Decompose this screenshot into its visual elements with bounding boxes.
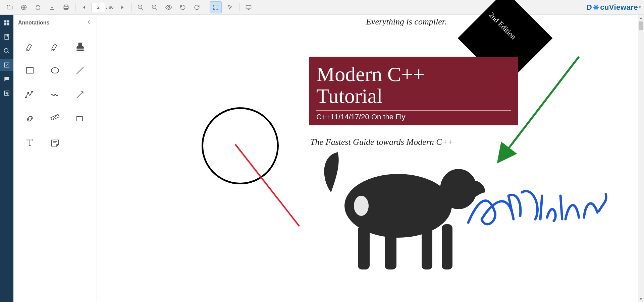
svg-rect-28 xyxy=(422,226,432,269)
svg-point-19 xyxy=(25,97,26,98)
brand-registered: ® xyxy=(639,5,641,9)
stamp-tool-icon[interactable] xyxy=(71,39,90,54)
svg-rect-11 xyxy=(4,23,7,25)
separator xyxy=(206,3,206,11)
brand-part2: cuVieware xyxy=(600,3,638,12)
title-sub: C++11/14/17/20 On the Fly xyxy=(316,113,511,121)
svg-rect-29 xyxy=(442,224,452,269)
scroll-thumb[interactable] xyxy=(639,21,643,30)
panel-title: Annotations xyxy=(18,20,49,26)
vertical-scrollbar[interactable]: ▲ ▼ xyxy=(638,15,644,302)
rail-bookmarks-icon[interactable] xyxy=(0,31,13,43)
next-page-icon[interactable] xyxy=(116,2,128,13)
scroll-up-icon[interactable]: ▲ xyxy=(638,15,644,21)
arrow-annotation[interactable] xyxy=(495,53,582,164)
title-box: Modern C++ Tutorial C++11/14/17/20 On th… xyxy=(309,57,518,125)
scroll-down-icon[interactable]: ▼ xyxy=(638,296,644,302)
doc-subtitle: The Fastest Guide towards Modern C++ xyxy=(310,137,454,147)
svg-rect-27 xyxy=(385,229,396,269)
rail-comments-icon[interactable] xyxy=(0,73,13,85)
left-rail xyxy=(0,15,13,302)
open-url-icon[interactable] xyxy=(18,2,30,13)
signature-annotation[interactable]: GdPicture xyxy=(465,179,609,236)
presentation-icon[interactable] xyxy=(243,2,254,13)
svg-rect-26 xyxy=(358,226,370,269)
brand-gear-icon xyxy=(593,4,599,11)
svg-rect-22 xyxy=(51,114,59,120)
page-number-input[interactable] xyxy=(92,3,105,12)
link-tool-icon[interactable] xyxy=(20,111,39,126)
marquee-zoom-icon[interactable] xyxy=(210,1,222,13)
rail-thumbnails-icon[interactable] xyxy=(0,17,13,29)
rail-search-icon[interactable] xyxy=(0,45,13,57)
separator xyxy=(131,3,131,11)
doc-tagline: Everything is compiler. xyxy=(366,17,446,27)
svg-rect-7 xyxy=(246,5,251,9)
svg-point-30 xyxy=(354,196,369,216)
separator xyxy=(239,3,239,11)
svg-point-6 xyxy=(168,6,170,8)
pointer-icon[interactable] xyxy=(224,2,236,13)
freehand-tool-icon[interactable] xyxy=(45,87,64,102)
open-file-icon[interactable] xyxy=(4,2,15,13)
svg-rect-17 xyxy=(26,68,33,73)
polyline-tool-icon[interactable] xyxy=(20,87,39,102)
download-icon[interactable] xyxy=(46,2,58,13)
annotation-tools-grid xyxy=(13,31,97,158)
brand-part1: D xyxy=(587,3,592,12)
rail-form-icon[interactable] xyxy=(0,87,13,99)
title-line2: Tutorial xyxy=(316,84,383,107)
scan-icon[interactable] xyxy=(32,2,44,13)
rail-annotations-icon[interactable] xyxy=(0,59,13,71)
zoom-out-icon[interactable] xyxy=(135,2,146,13)
print-icon[interactable] xyxy=(60,2,72,13)
svg-rect-12 xyxy=(7,23,9,25)
zoom-in-icon[interactable] xyxy=(149,2,160,13)
separator xyxy=(75,3,75,11)
circle-annotation[interactable] xyxy=(202,107,279,184)
svg-point-21 xyxy=(32,91,33,92)
panel-collapse-icon[interactable] xyxy=(86,19,92,26)
svg-point-18 xyxy=(51,68,59,73)
rectangle-tool-icon[interactable] xyxy=(20,63,39,78)
svg-rect-13 xyxy=(5,35,9,40)
view-mode-icon[interactable] xyxy=(163,2,174,13)
freehand-highlight-tool-icon[interactable] xyxy=(45,39,64,54)
sticky-note-tool-icon[interactable] xyxy=(45,135,64,150)
rotate-left-icon[interactable] xyxy=(177,2,189,13)
ellipse-tool-icon[interactable] xyxy=(45,63,64,78)
page-total-label: / 86 xyxy=(105,5,115,10)
svg-rect-10 xyxy=(7,20,9,23)
top-toolbar: / 86 D cuVieware® xyxy=(0,0,644,15)
brand-logo: D cuVieware® xyxy=(587,3,641,12)
svg-rect-16 xyxy=(4,91,9,95)
ruler-tool-icon[interactable] xyxy=(45,111,64,126)
prev-page-icon[interactable] xyxy=(79,2,90,13)
pdf-page: Everything is compiler. 2nd Edition Mode… xyxy=(98,15,637,302)
highlight-tool-icon[interactable] xyxy=(20,39,39,54)
title-line1: Modern C++ xyxy=(316,63,425,85)
document-viewer[interactable]: Everything is compiler. 2nd Edition Mode… xyxy=(97,15,644,302)
svg-point-20 xyxy=(28,92,29,93)
svg-rect-9 xyxy=(4,20,7,23)
text-tool-icon[interactable] xyxy=(20,135,39,150)
polyline-ruler-tool-icon[interactable] xyxy=(71,111,90,126)
arrow-tool-icon[interactable] xyxy=(71,87,90,102)
line-tool-icon[interactable] xyxy=(71,63,90,78)
rotate-right-icon[interactable] xyxy=(191,2,203,13)
svg-line-23 xyxy=(502,57,579,157)
svg-rect-3 xyxy=(65,8,67,9)
svg-point-14 xyxy=(4,49,8,53)
annotations-panel: Annotations xyxy=(13,15,97,302)
